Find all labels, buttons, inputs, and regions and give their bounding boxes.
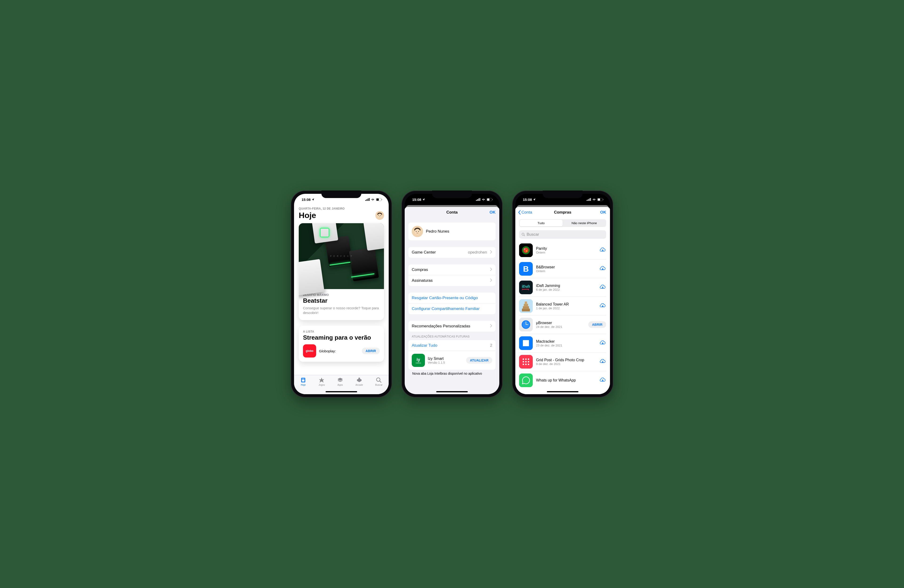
app-icon <box>519 374 533 387</box>
personalized-recs-row[interactable]: Recomendações Personalizadas <box>408 321 496 332</box>
svg-point-59 <box>525 358 526 360</box>
segmented-control: Tudo Não neste iPhone <box>519 219 606 227</box>
purchases-list[interactable]: ParrityOntemBB&BrowserOntemiDaftjammingi… <box>519 241 606 394</box>
tab-hoje[interactable]: Hoje <box>300 377 306 394</box>
svg-line-37 <box>524 235 525 236</box>
segment-not-on-iphone[interactable]: Não neste iPhone <box>563 220 606 227</box>
featured-card-beatstar[interactable]: P E R F E C T DESAFIO MÁXIMO Beatstar Co… <box>299 223 384 320</box>
svg-rect-35 <box>603 199 604 200</box>
download-cloud-button[interactable] <box>599 340 606 347</box>
chevron-right-icon <box>490 250 492 255</box>
card-description: Consegue superar o nosso recorde? Toque … <box>303 306 380 315</box>
open-app-button[interactable]: ABRIR <box>362 348 380 354</box>
cellular-signal-icon <box>587 198 591 201</box>
redeem-link-row[interactable]: Resgatar Cartão-Presente ou Código <box>408 293 496 303</box>
account-avatar-button[interactable] <box>376 211 384 220</box>
search-placeholder: Buscar <box>526 232 539 237</box>
app-name-label: iDaft Jamming <box>536 284 596 288</box>
svg-point-65 <box>525 364 526 365</box>
location-arrow-icon <box>311 198 315 201</box>
cellular-signal-icon <box>365 198 370 201</box>
svg-point-10 <box>379 215 379 216</box>
purchase-row[interactable]: Grid Post - Grids Photo Crop9 de dez. de… <box>519 353 606 371</box>
svg-rect-56 <box>523 346 529 348</box>
wifi-icon <box>371 198 375 201</box>
purchase-row[interactable]: ParrityOntem <box>519 241 606 260</box>
purchase-row[interactable]: Balanced Tower AR1 de jan. de 2022 <box>519 297 606 315</box>
purchase-date-label: Ontem <box>536 269 596 273</box>
gamecenter-row[interactable]: Game Center opedrohen <box>408 247 496 258</box>
family-sharing-link-row[interactable]: Configurar Compartilhamento Familiar <box>408 303 496 314</box>
profile-row[interactable]: Pedro Nunes <box>408 222 496 240</box>
svg-point-26 <box>414 229 420 235</box>
date-label: QUARTA-FEIRA, 12 DE JANEIRO <box>299 207 384 210</box>
ok-button[interactable]: OK <box>490 210 496 215</box>
app-icon <box>519 318 533 331</box>
download-cloud-button[interactable] <box>599 377 606 384</box>
home-indicator[interactable] <box>436 391 468 392</box>
nav-title: Conta <box>446 210 458 215</box>
download-cloud-button[interactable] <box>599 358 606 365</box>
app-name-label: Grid Post - Grids Photo Crop <box>536 358 596 362</box>
svg-rect-5 <box>376 199 379 201</box>
purchase-row[interactable]: BB&BrowserOntem <box>519 260 606 278</box>
release-notes-truncated: Nova aba Loja Intelbras disponível no ap… <box>408 372 496 375</box>
home-indicator[interactable] <box>547 391 578 392</box>
open-app-button[interactable]: ABRIR <box>588 321 606 328</box>
izy-smart-app-icon: iy intelbras <box>412 354 425 367</box>
featured-card-streaming[interactable]: A LISTA Streaming para o verão globo Glo… <box>299 326 384 362</box>
wifi-icon <box>592 198 596 201</box>
battery-icon <box>376 198 382 201</box>
app-icon <box>519 243 533 257</box>
tab-jogos[interactable]: Jogos <box>319 377 325 394</box>
svg-rect-30 <box>588 199 588 201</box>
app-icon <box>519 336 533 350</box>
izy-app-name: Izy Smart <box>428 356 463 361</box>
update-button[interactable]: ATUALIZAR <box>466 357 492 364</box>
svg-point-62 <box>525 361 526 363</box>
app-name-label: B&Browser <box>536 265 596 269</box>
status-time: 15:08 <box>302 197 311 202</box>
download-cloud-button[interactable] <box>599 265 606 272</box>
back-button[interactable]: Conta <box>518 210 532 215</box>
download-cloud-button[interactable] <box>599 284 606 291</box>
compras-modal-sheet: Conta Compras OK Tudo Não neste iPhone B… <box>515 207 610 394</box>
svg-rect-18 <box>477 199 478 201</box>
ok-button[interactable]: OK <box>600 210 607 215</box>
svg-rect-14 <box>302 380 305 382</box>
svg-rect-13 <box>302 379 305 379</box>
svg-rect-67 <box>519 374 533 387</box>
phone-frame-1: 15:08 QUARTA-FEIRA, 12 DE JANEIRO <box>291 191 392 397</box>
purchase-row[interactable]: μBrowser24 de dez. de 2021ABRIR <box>519 315 606 334</box>
cellular-signal-icon <box>476 198 480 201</box>
phone-frame-2: 15:08 Conta OK <box>401 191 503 397</box>
app-name-label: Balanced Tower AR <box>536 302 596 306</box>
list-card-eyebrow: A LISTA <box>303 330 380 333</box>
location-arrow-icon <box>533 198 536 201</box>
nav-title: Compras <box>554 210 571 215</box>
update-all-row[interactable]: Atualizar Tudo 2 <box>408 340 496 351</box>
assinaturas-row[interactable]: Assinaturas <box>408 275 496 286</box>
purchase-row[interactable]: iDaftjammingiDaft Jamming6 de jan. de 20… <box>519 278 606 297</box>
purchase-row[interactable]: Whats up for WhatsApp <box>519 371 606 389</box>
download-cloud-button[interactable] <box>599 247 606 254</box>
izy-smart-update-row[interactable]: iy intelbras Izy Smart Versão 1.1.5 ATUA… <box>408 351 496 370</box>
status-time: 15:08 <box>412 197 421 202</box>
home-indicator[interactable] <box>326 391 357 392</box>
tab-buscar[interactable]: Buscar <box>375 377 382 394</box>
svg-rect-3 <box>369 198 370 201</box>
app-name-label: Whats up for WhatsApp <box>536 378 596 382</box>
download-cloud-button[interactable] <box>599 303 606 309</box>
compras-row[interactable]: Compras <box>408 264 496 275</box>
svg-point-11 <box>381 215 381 216</box>
svg-rect-20 <box>480 198 480 201</box>
purchase-date-label: 9 de dez. de 2021 <box>536 362 596 366</box>
card-title: Beatstar <box>303 297 380 304</box>
hero-perfect-text: P E R F E C T <box>330 255 352 257</box>
svg-point-28 <box>418 231 419 232</box>
purchase-row[interactable]: Mactracker23 de dez. de 2021 <box>519 334 606 353</box>
svg-rect-0 <box>365 200 366 201</box>
search-input[interactable]: Buscar <box>519 230 606 239</box>
segment-tudo[interactable]: Tudo <box>520 220 563 227</box>
svg-rect-1 <box>367 199 367 201</box>
